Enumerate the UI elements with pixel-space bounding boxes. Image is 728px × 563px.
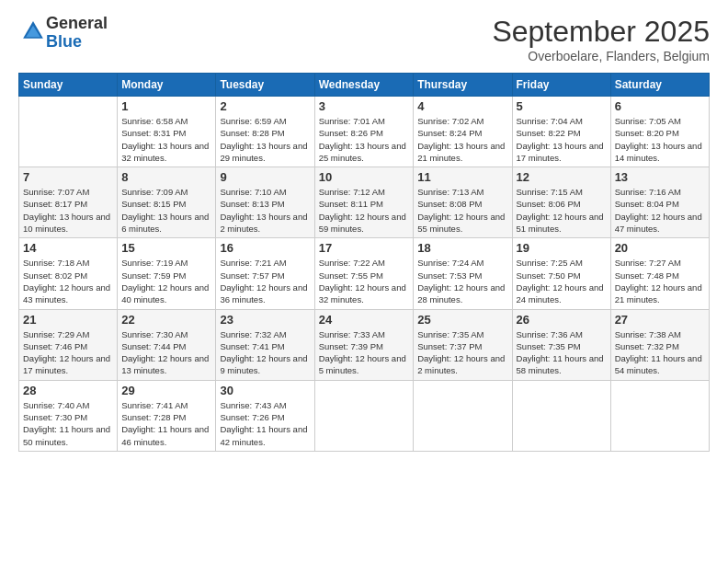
day-number: 7 [23,170,113,184]
table-row: 5Sunrise: 7:04 AMSunset: 8:22 PMDaylight… [512,97,610,167]
day-number: 18 [417,241,507,255]
col-sunday: Sunday [19,74,118,97]
day-info: Sunrise: 7:43 AMSunset: 7:26 PMDaylight:… [220,399,310,448]
table-row [610,380,709,451]
day-info: Sunrise: 7:40 AMSunset: 7:30 PMDaylight:… [23,399,113,448]
table-row: 27Sunrise: 7:38 AMSunset: 7:32 PMDayligh… [610,309,709,380]
day-info: Sunrise: 7:22 AMSunset: 7:55 PMDaylight:… [319,257,410,305]
table-row [512,380,610,451]
logo: General Blue [18,15,108,52]
day-info: Sunrise: 7:27 AMSunset: 7:48 PMDaylight:… [615,257,705,305]
table-row: 30Sunrise: 7:43 AMSunset: 7:26 PMDayligh… [216,380,314,451]
day-number: 24 [319,313,410,327]
day-number: 9 [220,170,310,184]
day-number: 26 [517,313,607,327]
day-info: Sunrise: 7:32 AMSunset: 7:41 PMDaylight:… [220,328,310,377]
day-info: Sunrise: 7:07 AMSunset: 8:17 PMDaylight:… [23,186,113,235]
table-row: 18Sunrise: 7:24 AMSunset: 7:53 PMDayligh… [414,238,512,309]
day-info: Sunrise: 7:33 AMSunset: 7:39 PMDaylight:… [319,328,410,377]
day-info: Sunrise: 7:10 AMSunset: 8:13 PMDaylight:… [220,186,310,235]
calendar: Sunday Monday Tuesday Wednesday Thursday… [18,73,710,452]
table-row: 11Sunrise: 7:13 AMSunset: 8:08 PMDayligh… [414,167,512,238]
header: General Blue September 2025 Overboelare,… [18,15,710,63]
col-wednesday: Wednesday [314,74,414,97]
table-row: 24Sunrise: 7:33 AMSunset: 7:39 PMDayligh… [314,309,414,380]
table-row: 14Sunrise: 7:18 AMSunset: 8:02 PMDayligh… [19,238,118,309]
day-info: Sunrise: 7:01 AMSunset: 8:26 PMDaylight:… [319,115,410,164]
month-title: September 2025 [492,15,710,49]
table-row: 12Sunrise: 7:15 AMSunset: 8:06 PMDayligh… [512,167,610,238]
day-number: 30 [220,384,310,397]
day-info: Sunrise: 7:24 AMSunset: 7:53 PMDaylight:… [417,257,507,305]
table-row: 23Sunrise: 7:32 AMSunset: 7:41 PMDayligh… [216,309,314,380]
logo-general-text: General [46,14,108,32]
day-info: Sunrise: 7:18 AMSunset: 8:02 PMDaylight:… [23,257,113,305]
day-info: Sunrise: 7:41 AMSunset: 7:28 PMDaylight:… [121,399,211,448]
logo-blue-text: Blue [46,32,82,51]
day-number: 10 [319,170,410,184]
table-row: 13Sunrise: 7:16 AMSunset: 8:04 PMDayligh… [610,167,709,238]
day-number: 25 [417,313,507,327]
day-number: 1 [121,99,211,113]
day-info: Sunrise: 7:15 AMSunset: 8:06 PMDaylight:… [517,186,607,235]
table-row: 15Sunrise: 7:19 AMSunset: 7:59 PMDayligh… [118,238,216,309]
col-monday: Monday [118,74,216,97]
day-number: 12 [517,170,607,184]
day-number: 11 [417,170,507,184]
table-row: 2Sunrise: 6:59 AMSunset: 8:28 PMDaylight… [216,97,314,167]
location: Overboelare, Flanders, Belgium [492,49,710,63]
title-block: September 2025 Overboelare, Flanders, Be… [492,15,710,63]
page: General Blue September 2025 Overboelare,… [0,0,728,563]
table-row: 3Sunrise: 7:01 AMSunset: 8:26 PMDaylight… [314,97,414,167]
col-friday: Friday [512,74,610,97]
table-row: 26Sunrise: 7:36 AMSunset: 7:35 PMDayligh… [512,309,610,380]
table-row [314,380,414,451]
col-saturday: Saturday [610,74,709,97]
day-number: 27 [615,313,705,327]
table-row: 28Sunrise: 7:40 AMSunset: 7:30 PMDayligh… [19,380,118,451]
day-info: Sunrise: 7:35 AMSunset: 7:37 PMDaylight:… [417,328,507,377]
day-info: Sunrise: 7:30 AMSunset: 7:44 PMDaylight:… [121,328,211,377]
day-info: Sunrise: 7:38 AMSunset: 7:32 PMDaylight:… [615,328,705,377]
table-row: 17Sunrise: 7:22 AMSunset: 7:55 PMDayligh… [314,238,414,309]
table-row: 4Sunrise: 7:02 AMSunset: 8:24 PMDaylight… [414,97,512,167]
table-row [19,97,118,167]
day-info: Sunrise: 7:29 AMSunset: 7:46 PMDaylight:… [23,328,113,377]
day-info: Sunrise: 7:19 AMSunset: 7:59 PMDaylight:… [121,257,211,305]
day-info: Sunrise: 7:25 AMSunset: 7:50 PMDaylight:… [517,257,607,305]
day-number: 21 [23,313,113,327]
day-number: 22 [121,313,211,327]
table-row: 25Sunrise: 7:35 AMSunset: 7:37 PMDayligh… [414,309,512,380]
day-number: 6 [615,99,705,113]
day-info: Sunrise: 7:16 AMSunset: 8:04 PMDaylight:… [615,186,705,235]
day-number: 8 [121,170,211,184]
table-row: 21Sunrise: 7:29 AMSunset: 7:46 PMDayligh… [19,309,118,380]
day-number: 5 [517,99,607,113]
table-row: 20Sunrise: 7:27 AMSunset: 7:48 PMDayligh… [610,238,709,309]
day-info: Sunrise: 6:58 AMSunset: 8:31 PMDaylight:… [121,115,211,164]
day-info: Sunrise: 7:02 AMSunset: 8:24 PMDaylight:… [417,115,507,164]
col-thursday: Thursday [414,74,512,97]
day-number: 15 [121,241,211,255]
day-number: 23 [220,313,310,327]
day-info: Sunrise: 7:21 AMSunset: 7:57 PMDaylight:… [220,257,310,305]
table-row: 29Sunrise: 7:41 AMSunset: 7:28 PMDayligh… [118,380,216,451]
day-info: Sunrise: 7:36 AMSunset: 7:35 PMDaylight:… [517,328,607,377]
day-number: 3 [319,99,410,113]
table-row: 1Sunrise: 6:58 AMSunset: 8:31 PMDaylight… [118,97,216,167]
table-row: 10Sunrise: 7:12 AMSunset: 8:11 PMDayligh… [314,167,414,238]
table-row: 16Sunrise: 7:21 AMSunset: 7:57 PMDayligh… [216,238,314,309]
table-row: 9Sunrise: 7:10 AMSunset: 8:13 PMDaylight… [216,167,314,238]
day-info: Sunrise: 7:04 AMSunset: 8:22 PMDaylight:… [517,115,607,164]
day-info: Sunrise: 7:09 AMSunset: 8:15 PMDaylight:… [121,186,211,235]
table-row [414,380,512,451]
day-number: 2 [220,99,310,113]
logo-icon [20,18,46,44]
day-number: 16 [220,241,310,255]
table-row: 6Sunrise: 7:05 AMSunset: 8:20 PMDaylight… [610,97,709,167]
day-number: 13 [615,170,705,184]
day-number: 17 [319,241,410,255]
day-info: Sunrise: 6:59 AMSunset: 8:28 PMDaylight:… [220,115,310,164]
day-number: 14 [23,241,113,255]
table-row: 22Sunrise: 7:30 AMSunset: 7:44 PMDayligh… [118,309,216,380]
